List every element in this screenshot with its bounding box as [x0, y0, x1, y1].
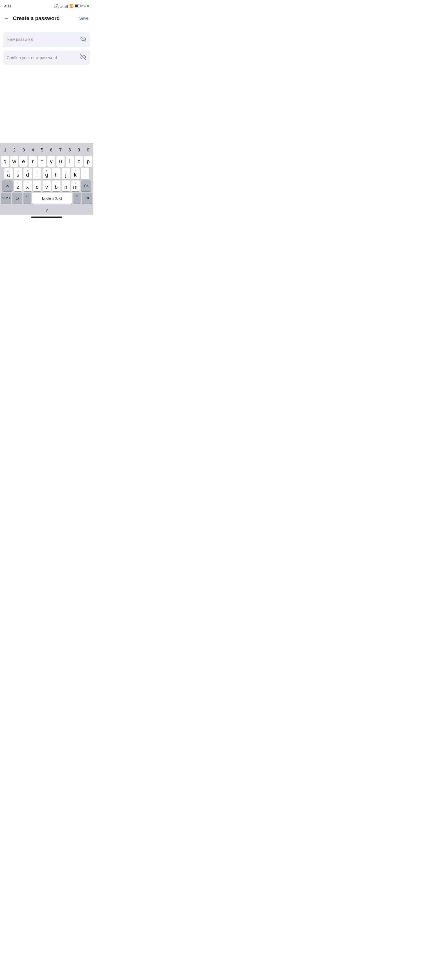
- key-l[interactable]: )l: [81, 168, 89, 179]
- toggle-confirm-password-visibility-icon[interactable]: [80, 54, 87, 62]
- key-t[interactable]: t: [38, 156, 46, 167]
- key-w[interactable]: w: [10, 156, 18, 167]
- key-8[interactable]: 8: [65, 145, 74, 155]
- signal-bars-2: [65, 4, 68, 8]
- collapse-keyboard-icon[interactable]: ∨: [45, 207, 49, 213]
- key-u[interactable]: u: [56, 156, 65, 167]
- main-content: [0, 71, 93, 143]
- key-c[interactable]: 'c: [33, 180, 41, 191]
- number-row: 1 2 3 4 5 6 7 8 9 0: [0, 145, 93, 156]
- status-right: 3.65KB/s 📶 61%: [54, 3, 89, 9]
- key-s[interactable]: #s: [14, 168, 22, 179]
- home-bar: [0, 215, 93, 219]
- keyboard-collapse-bar[interactable]: ∨: [0, 205, 93, 215]
- form-area: [0, 26, 93, 71]
- key-6[interactable]: 6: [47, 145, 56, 155]
- enter-key[interactable]: ⇥: [82, 192, 92, 204]
- key-n[interactable]: !n: [62, 180, 70, 191]
- key-e[interactable]: e: [19, 156, 27, 167]
- key-v[interactable]: :v: [43, 180, 51, 191]
- key-k[interactable]: (k: [71, 168, 79, 179]
- key-4[interactable]: 4: [29, 145, 37, 155]
- header-left: ← Create a password: [2, 13, 60, 24]
- active-indicator: [87, 5, 89, 7]
- key-0[interactable]: 0: [84, 145, 92, 155]
- key-q[interactable]: q: [1, 156, 9, 167]
- key-b[interactable]: ;b: [52, 180, 60, 191]
- save-button[interactable]: Save: [79, 15, 89, 22]
- status-time: 4:11: [4, 4, 11, 8]
- signal-bars-1: [60, 4, 63, 8]
- key-i[interactable]: i: [66, 156, 74, 167]
- comma-key[interactable]: 🎤 ,: [24, 192, 31, 204]
- confirm-password-input[interactable]: [7, 56, 80, 60]
- key-f[interactable]: _f: [33, 168, 41, 179]
- key-z[interactable]: *z: [14, 180, 22, 191]
- network-speed: 3.65KB/s: [54, 3, 59, 9]
- toggle-new-password-visibility-icon[interactable]: [80, 35, 87, 43]
- key-x[interactable]: "x: [24, 180, 32, 191]
- header: ← Create a password Save: [0, 11, 93, 26]
- confirm-password-container[interactable]: [3, 51, 90, 65]
- key-p[interactable]: p: [84, 156, 92, 167]
- key-g[interactable]: &g: [43, 168, 51, 179]
- key-o[interactable]: o: [75, 156, 83, 167]
- status-bar: 4:11 3.65KB/s 📶 61%: [0, 0, 93, 11]
- key-j[interactable]: +j: [62, 168, 70, 179]
- key-5[interactable]: 5: [38, 145, 46, 155]
- key-3[interactable]: 3: [19, 145, 28, 155]
- alpha-row-1: q w e r t y u i o p: [0, 156, 93, 167]
- key-r[interactable]: r: [29, 156, 37, 167]
- battery-percent: 61%: [81, 5, 86, 7]
- key-9[interactable]: 9: [75, 145, 83, 155]
- back-button[interactable]: ←: [2, 13, 11, 24]
- back-arrow-icon: ←: [4, 15, 9, 21]
- key-h[interactable]: -h: [52, 168, 60, 179]
- shift-key[interactable]: [2, 180, 13, 191]
- key-d[interactable]: £d: [24, 168, 32, 179]
- key-m[interactable]: ?m: [71, 180, 79, 191]
- symbols-key[interactable]: ?123: [1, 192, 11, 204]
- battery: 61%: [75, 5, 86, 7]
- new-password-input[interactable]: [7, 37, 80, 42]
- keyboard-bottom-row: ?123 ☺ 🎤 , English (UK) !? . ⇥: [0, 192, 93, 205]
- alpha-row-2: @a #s £d _f &g -h +j (k )l: [0, 168, 93, 179]
- alpha-row-3: *z "x 'c :v ;b !n ?m: [0, 180, 93, 191]
- period-key[interactable]: !? .: [73, 192, 81, 204]
- key-a[interactable]: @a: [4, 168, 13, 179]
- keyboard: 1 2 3 4 5 6 7 8 9 0 q w e r t y u i o p …: [0, 143, 93, 215]
- home-indicator: [31, 216, 62, 218]
- emoji-key[interactable]: ☺: [12, 192, 22, 204]
- key-y[interactable]: y: [48, 156, 56, 167]
- key-2[interactable]: 2: [10, 145, 19, 155]
- key-1[interactable]: 1: [1, 145, 10, 155]
- key-7[interactable]: 7: [56, 145, 65, 155]
- battery-icon: [75, 5, 80, 7]
- backspace-key[interactable]: [81, 180, 91, 191]
- new-password-container[interactable]: [3, 32, 90, 47]
- page-title: Create a password: [13, 15, 60, 22]
- space-key[interactable]: English (UK): [32, 192, 72, 204]
- wifi-icon: 📶: [69, 4, 73, 8]
